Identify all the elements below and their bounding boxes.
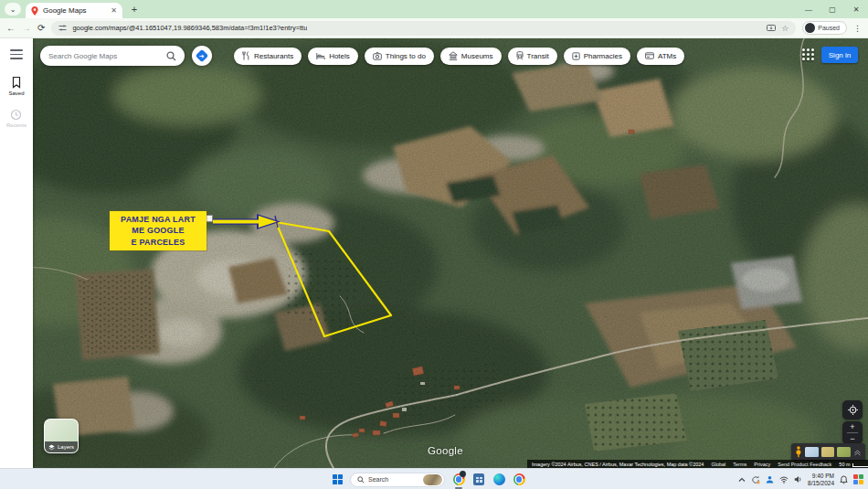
scale-bar xyxy=(852,463,868,467)
clock-date: 8/15/2024 xyxy=(808,480,834,487)
taskbar-chrome-icon[interactable] xyxy=(452,472,465,487)
footer-link-terms[interactable]: Terms xyxy=(733,462,746,467)
sign-in-button[interactable]: Sign in xyxy=(821,47,858,63)
chip-hotels[interactable]: Hotels xyxy=(308,48,358,65)
atms-icon xyxy=(645,52,654,59)
minimize-button[interactable]: — xyxy=(797,0,820,18)
google-apps-grid-icon[interactable] xyxy=(802,48,814,60)
map-viewport[interactable]: PAMJE NGA LART ME GOOGLE E PARCELES Save… xyxy=(0,38,868,468)
chip-label: Hotels xyxy=(329,52,350,60)
widgets-icon[interactable] xyxy=(853,474,863,484)
sidebar-item-label: Recents xyxy=(6,122,26,128)
map-attribution-bar: Imagery ©2024 Airbus, CNES / Airbus, Max… xyxy=(527,460,868,468)
imagery-control-bar xyxy=(791,443,865,461)
back-button[interactable]: ← xyxy=(6,24,16,33)
footer-link-region[interactable]: Global xyxy=(711,462,725,467)
map-style-thumbnail[interactable] xyxy=(821,447,835,457)
windows-taskbar: Search 9:40 PM 8/15/2024 xyxy=(0,468,868,489)
things-to-do-icon xyxy=(373,52,382,60)
notification-badge xyxy=(460,471,466,477)
chip-label: Transit xyxy=(527,52,549,60)
chip-pharmacies[interactable]: Pharmacies xyxy=(564,48,630,65)
map-style-thumbnail[interactable] xyxy=(837,447,851,457)
satellite-imagery[interactable] xyxy=(0,38,868,468)
directions-button[interactable]: ➜ xyxy=(192,46,212,66)
volume-icon[interactable] xyxy=(794,475,802,484)
scale-label: 50 m xyxy=(839,462,850,467)
annotation-line: PAMJE NGA LART xyxy=(121,214,196,226)
tab-strip: ⌄ Google Maps ✕ + — ▢ ✕ xyxy=(0,0,868,18)
restaurants-icon xyxy=(242,51,250,60)
tab-close-icon[interactable]: ✕ xyxy=(111,6,117,15)
window-controls: — ▢ ✕ xyxy=(797,0,868,18)
maps-topbar: Search Google Maps ➜ Restaurants Hotels … xyxy=(40,46,684,66)
menu-icon[interactable] xyxy=(10,49,23,59)
pegman-icon[interactable] xyxy=(795,446,802,458)
chip-atms[interactable]: ATMs xyxy=(637,48,684,65)
chip-transit[interactable]: Transit xyxy=(508,48,557,65)
google-watermark: Google xyxy=(428,445,463,456)
taskbar-chrome2-icon[interactable] xyxy=(513,472,525,487)
search-icon xyxy=(357,476,365,484)
forward-button[interactable]: → xyxy=(22,24,31,33)
chip-label: Restaurants xyxy=(254,52,293,60)
layers-icon xyxy=(48,444,55,451)
site-settings-icon[interactable] xyxy=(58,24,67,32)
chip-museums[interactable]: Museums xyxy=(440,48,502,65)
tray-expand-chevron-icon[interactable] xyxy=(738,477,746,483)
maps-sidebar: Saved Recents xyxy=(0,38,33,468)
map-style-thumbnail[interactable] xyxy=(805,447,819,457)
search-highlight-thumbnail xyxy=(423,474,442,485)
reload-button[interactable]: ⟳ xyxy=(37,24,45,33)
annotation-line: E PARCELES xyxy=(132,237,185,249)
maps-pin-favicon xyxy=(31,6,38,16)
sidebar-item-label: Saved xyxy=(8,90,24,96)
my-location-button[interactable] xyxy=(842,400,863,420)
taskbar-edge-icon[interactable] xyxy=(492,472,505,487)
notifications-bell-icon[interactable] xyxy=(840,475,848,484)
collapse-chevron-icon[interactable] xyxy=(853,448,862,456)
taskbar-clock[interactable]: 9:40 PM 8/15/2024 xyxy=(808,473,834,487)
my-location-icon xyxy=(848,405,858,415)
tab-title: Google Maps xyxy=(43,6,106,15)
search-placeholder: Search Google Maps xyxy=(48,52,161,60)
close-button[interactable]: ✕ xyxy=(844,0,868,18)
sidebar-item-saved[interactable]: Saved xyxy=(8,76,24,96)
chip-label: ATMs xyxy=(658,52,676,60)
start-button[interactable] xyxy=(333,474,343,484)
chip-label: Pharmacies xyxy=(584,52,622,60)
chip-restaurants[interactable]: Restaurants xyxy=(234,48,302,65)
browser-menu-icon[interactable]: ⋮ xyxy=(853,24,862,33)
wifi-icon[interactable] xyxy=(779,476,789,484)
annotation-line: ME GOOGLE xyxy=(132,225,184,237)
tab-search-button[interactable]: ⌄ xyxy=(5,3,21,16)
bookmark-icon xyxy=(11,76,22,89)
footer-link-feedback[interactable]: Send Product Feedback xyxy=(778,462,831,467)
sync-icon[interactable] xyxy=(751,475,760,484)
bookmark-star-icon[interactable]: ☆ xyxy=(781,24,789,33)
profile-chip[interactable]: Paused xyxy=(802,21,847,35)
footer-link-privacy[interactable]: Privacy xyxy=(754,462,770,467)
taskbar-search-box[interactable]: Search xyxy=(350,473,445,487)
system-tray: 9:40 PM 8/15/2024 xyxy=(738,469,863,489)
hotels-icon xyxy=(316,52,325,60)
install-app-icon[interactable] xyxy=(767,25,776,32)
layers-button[interactable]: Layers xyxy=(44,419,79,453)
search-icon[interactable] xyxy=(166,51,176,61)
tab-google-maps[interactable]: Google Maps ✕ xyxy=(26,3,122,18)
sidebar-item-recents[interactable]: Recents xyxy=(6,109,26,128)
maximize-button[interactable]: ▢ xyxy=(820,0,844,18)
new-tab-button[interactable]: + xyxy=(127,2,142,16)
user-account-icon[interactable] xyxy=(766,475,774,484)
maps-search-box[interactable]: Search Google Maps xyxy=(40,46,185,66)
imagery-attribution: Imagery ©2024 Airbus, CNES / Airbus, Max… xyxy=(532,462,704,467)
taskbar-calculator-icon[interactable] xyxy=(472,472,485,487)
annotation-label-box: PAMJE NGA LART ME GOOGLE E PARCELES xyxy=(110,211,206,250)
category-chips: Restaurants Hotels Things to do Museums … xyxy=(234,48,684,65)
chip-label: Museums xyxy=(461,52,493,60)
zoom-in-button[interactable]: + xyxy=(842,421,863,432)
transit-icon xyxy=(516,51,524,60)
history-icon xyxy=(10,109,22,121)
chip-things-to-do[interactable]: Things to do xyxy=(365,48,434,65)
address-bar[interactable]: google.com/maps/@41.1651047,19.9869346,5… xyxy=(51,21,796,36)
